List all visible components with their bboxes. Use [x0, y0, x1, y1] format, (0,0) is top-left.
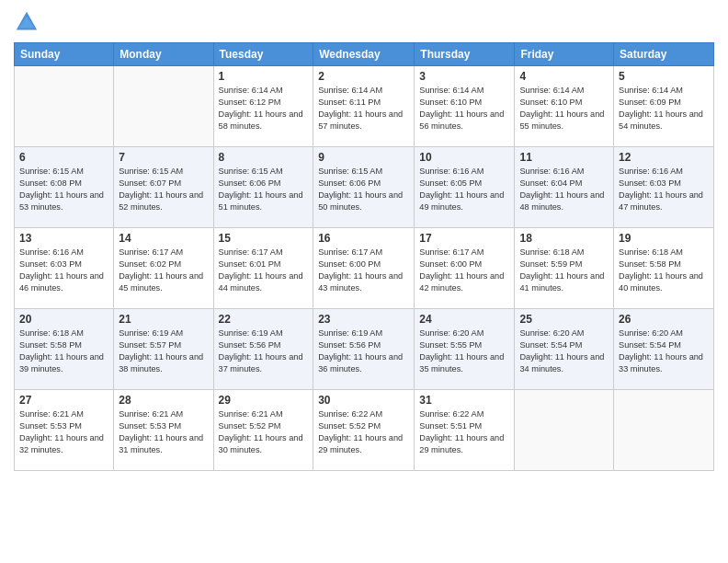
day-number: 25: [519, 313, 609, 326]
day-number: 24: [419, 313, 509, 326]
day-info: Sunrise: 6:16 AM Sunset: 6:03 PM Dayligh…: [19, 247, 108, 294]
day-info: Sunrise: 6:20 AM Sunset: 5:54 PM Dayligh…: [619, 327, 709, 375]
day-number: 23: [318, 313, 409, 326]
calendar-cell: 7Sunrise: 6:15 AM Sunset: 6:07 PM Daylig…: [114, 147, 213, 228]
calendar-cell: 2Sunrise: 6:14 AM Sunset: 6:11 PM Daylig…: [313, 66, 415, 147]
calendar-cell: 4Sunrise: 6:14 AM Sunset: 6:10 PM Daylig…: [515, 66, 614, 147]
calendar-cell: 5Sunrise: 6:14 AM Sunset: 6:09 PM Daylig…: [614, 66, 714, 147]
calendar-cell: [614, 390, 714, 471]
calendar-cell: 28Sunrise: 6:21 AM Sunset: 5:53 PM Dayli…: [114, 390, 213, 471]
day-info: Sunrise: 6:15 AM Sunset: 6:06 PM Dayligh…: [318, 166, 409, 213]
calendar-cell: 19Sunrise: 6:18 AM Sunset: 5:58 PM Dayli…: [614, 228, 714, 309]
day-number: 31: [419, 394, 509, 407]
day-info: Sunrise: 6:16 AM Sunset: 6:04 PM Dayligh…: [519, 166, 609, 213]
day-number: 26: [619, 313, 709, 326]
weekday-header-monday: Monday: [114, 43, 213, 66]
calendar-cell: 6Sunrise: 6:15 AM Sunset: 6:08 PM Daylig…: [15, 147, 114, 228]
day-number: 6: [19, 151, 108, 164]
weekday-header-wednesday: Wednesday: [313, 43, 415, 66]
calendar-table: SundayMondayTuesdayWednesdayThursdayFrid…: [14, 42, 714, 471]
day-number: 3: [419, 70, 509, 83]
day-number: 21: [119, 313, 208, 326]
calendar-cell: 13Sunrise: 6:16 AM Sunset: 6:03 PM Dayli…: [15, 228, 114, 309]
day-number: 30: [318, 394, 409, 407]
day-info: Sunrise: 6:19 AM Sunset: 5:57 PM Dayligh…: [119, 327, 208, 375]
calendar-cell: [515, 390, 614, 471]
day-info: Sunrise: 6:17 AM Sunset: 6:02 PM Dayligh…: [119, 247, 208, 294]
weekday-header-sunday: Sunday: [15, 43, 114, 66]
day-number: 15: [219, 232, 309, 245]
calendar-cell: 25Sunrise: 6:20 AM Sunset: 5:54 PM Dayli…: [515, 309, 614, 390]
day-number: 17: [419, 232, 509, 245]
day-number: 19: [619, 232, 709, 245]
day-info: Sunrise: 6:15 AM Sunset: 6:08 PM Dayligh…: [19, 166, 108, 213]
day-info: Sunrise: 6:20 AM Sunset: 5:54 PM Dayligh…: [519, 327, 609, 375]
day-info: Sunrise: 6:14 AM Sunset: 6:10 PM Dayligh…: [519, 85, 609, 132]
day-number: 4: [519, 70, 609, 83]
calendar-cell: 18Sunrise: 6:18 AM Sunset: 5:59 PM Dayli…: [515, 228, 614, 309]
day-number: 9: [318, 151, 409, 164]
day-info: Sunrise: 6:14 AM Sunset: 6:10 PM Dayligh…: [419, 85, 509, 132]
calendar-cell: [15, 66, 114, 147]
day-info: Sunrise: 6:17 AM Sunset: 6:00 PM Dayligh…: [419, 247, 509, 294]
calendar-cell: 23Sunrise: 6:19 AM Sunset: 5:56 PM Dayli…: [313, 309, 415, 390]
calendar-cell: 29Sunrise: 6:21 AM Sunset: 5:52 PM Dayli…: [213, 390, 313, 471]
weekday-header-thursday: Thursday: [415, 43, 515, 66]
day-number: 7: [119, 151, 208, 164]
calendar-cell: 9Sunrise: 6:15 AM Sunset: 6:06 PM Daylig…: [313, 147, 415, 228]
day-number: 16: [318, 232, 409, 245]
day-number: 29: [219, 394, 309, 407]
day-info: Sunrise: 6:22 AM Sunset: 5:51 PM Dayligh…: [419, 408, 509, 456]
logo-icon: [14, 9, 40, 35]
calendar-cell: [114, 66, 213, 147]
day-number: 22: [219, 313, 309, 326]
day-info: Sunrise: 6:14 AM Sunset: 6:11 PM Dayligh…: [318, 85, 409, 132]
week-row-4: 20Sunrise: 6:18 AM Sunset: 5:58 PM Dayli…: [15, 309, 714, 390]
calendar-page: SundayMondayTuesdayWednesdayThursdayFrid…: [0, 0, 728, 563]
calendar-cell: 8Sunrise: 6:15 AM Sunset: 6:06 PM Daylig…: [213, 147, 313, 228]
day-number: 1: [219, 70, 309, 83]
day-number: 5: [619, 70, 709, 83]
calendar-cell: 26Sunrise: 6:20 AM Sunset: 5:54 PM Dayli…: [614, 309, 714, 390]
day-info: Sunrise: 6:14 AM Sunset: 6:09 PM Dayligh…: [619, 85, 709, 132]
day-info: Sunrise: 6:15 AM Sunset: 6:07 PM Dayligh…: [119, 166, 208, 213]
calendar-cell: 24Sunrise: 6:20 AM Sunset: 5:55 PM Dayli…: [415, 309, 515, 390]
day-number: 12: [619, 151, 709, 164]
calendar-cell: 21Sunrise: 6:19 AM Sunset: 5:57 PM Dayli…: [114, 309, 213, 390]
weekday-header-tuesday: Tuesday: [213, 43, 313, 66]
calendar-cell: 22Sunrise: 6:19 AM Sunset: 5:56 PM Dayli…: [213, 309, 313, 390]
day-number: 20: [19, 313, 108, 326]
weekday-header-row: SundayMondayTuesdayWednesdayThursdayFrid…: [15, 43, 714, 66]
logo: [14, 9, 43, 35]
week-row-3: 13Sunrise: 6:16 AM Sunset: 6:03 PM Dayli…: [15, 228, 714, 309]
calendar-cell: 30Sunrise: 6:22 AM Sunset: 5:52 PM Dayli…: [313, 390, 415, 471]
calendar-cell: 11Sunrise: 6:16 AM Sunset: 6:04 PM Dayli…: [515, 147, 614, 228]
calendar-cell: 20Sunrise: 6:18 AM Sunset: 5:58 PM Dayli…: [15, 309, 114, 390]
calendar-cell: 1Sunrise: 6:14 AM Sunset: 6:12 PM Daylig…: [213, 66, 313, 147]
day-info: Sunrise: 6:21 AM Sunset: 5:53 PM Dayligh…: [19, 408, 108, 456]
day-info: Sunrise: 6:17 AM Sunset: 6:01 PM Dayligh…: [219, 247, 309, 294]
day-number: 10: [419, 151, 509, 164]
day-info: Sunrise: 6:22 AM Sunset: 5:52 PM Dayligh…: [318, 408, 409, 456]
day-number: 2: [318, 70, 409, 83]
calendar-cell: 16Sunrise: 6:17 AM Sunset: 6:00 PM Dayli…: [313, 228, 415, 309]
calendar-cell: 17Sunrise: 6:17 AM Sunset: 6:00 PM Dayli…: [415, 228, 515, 309]
header: [14, 9, 714, 35]
day-number: 28: [119, 394, 208, 407]
day-info: Sunrise: 6:19 AM Sunset: 5:56 PM Dayligh…: [318, 327, 409, 375]
day-info: Sunrise: 6:21 AM Sunset: 5:52 PM Dayligh…: [219, 408, 309, 456]
week-row-2: 6Sunrise: 6:15 AM Sunset: 6:08 PM Daylig…: [15, 147, 714, 228]
calendar-cell: 27Sunrise: 6:21 AM Sunset: 5:53 PM Dayli…: [15, 390, 114, 471]
week-row-5: 27Sunrise: 6:21 AM Sunset: 5:53 PM Dayli…: [15, 390, 714, 471]
calendar-cell: 14Sunrise: 6:17 AM Sunset: 6:02 PM Dayli…: [114, 228, 213, 309]
day-info: Sunrise: 6:18 AM Sunset: 5:58 PM Dayligh…: [619, 247, 709, 294]
day-number: 8: [219, 151, 309, 164]
week-row-1: 1Sunrise: 6:14 AM Sunset: 6:12 PM Daylig…: [15, 66, 714, 147]
day-info: Sunrise: 6:17 AM Sunset: 6:00 PM Dayligh…: [318, 247, 409, 294]
day-info: Sunrise: 6:21 AM Sunset: 5:53 PM Dayligh…: [119, 408, 208, 456]
weekday-header-saturday: Saturday: [614, 43, 714, 66]
day-number: 18: [519, 232, 609, 245]
day-number: 14: [119, 232, 208, 245]
calendar-cell: 12Sunrise: 6:16 AM Sunset: 6:03 PM Dayli…: [614, 147, 714, 228]
day-info: Sunrise: 6:20 AM Sunset: 5:55 PM Dayligh…: [419, 327, 509, 375]
